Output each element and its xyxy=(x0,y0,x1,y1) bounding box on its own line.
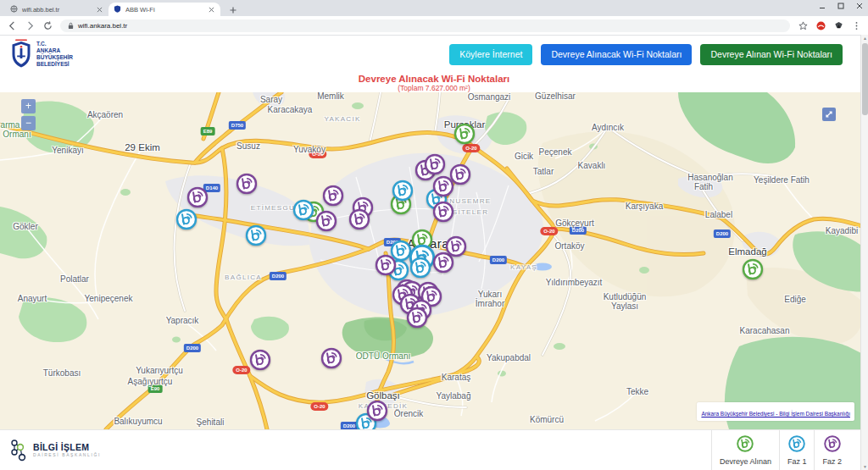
expand-icon xyxy=(825,110,833,119)
close-window-icon[interactable] xyxy=(856,2,863,14)
forward-icon[interactable] xyxy=(25,20,35,30)
faz2-marker-icon xyxy=(824,435,841,456)
wifi-marker-faz2[interactable] xyxy=(425,154,446,179)
wifi-marker-faz2[interactable] xyxy=(187,187,209,212)
wifi-marker-faz2[interactable] xyxy=(250,350,271,374)
lock-icon xyxy=(68,18,74,33)
wifi-marker-faz1[interactable] xyxy=(246,225,267,250)
attribution-link[interactable]: Ankara Büyükşehir Belediyesi - Bilgi İşl… xyxy=(701,411,850,417)
legend-item-faz1[interactable]: Faz 1 xyxy=(779,430,815,470)
wifi-marker-layer xyxy=(0,92,868,429)
wifi-marker-faz2[interactable] xyxy=(323,185,344,210)
devreye-alinan-button[interactable]: Devreye Alınan Wi-Fi Noktaları xyxy=(700,44,843,65)
koylere-internet-button[interactable]: Köylere İnternet xyxy=(449,44,532,65)
tab-strip: wifi.abb.bel.tr ABB Wi-Fi xyxy=(0,0,868,16)
page-title: Devreye Alınacak Wi-Fi Noktaları xyxy=(0,74,868,84)
browser-window: wifi.abb.bel.tr ABB Wi-Fi wifi.ankara.be… xyxy=(0,0,868,470)
map-canvas[interactable]: D750E89D140D200D200D200D200D200D200D200O… xyxy=(0,92,868,429)
wifi-marker-faz2[interactable] xyxy=(236,174,258,198)
wifi-marker-faz2[interactable] xyxy=(446,236,467,261)
close-tab-icon[interactable] xyxy=(207,5,215,14)
map-legend: Devreye AlınanFaz 1Faz 2 xyxy=(711,430,849,470)
bilgi-islem-brand: BİLGİ İŞLEM DAİRESİ BAŞKANLIĞI xyxy=(8,438,101,463)
extension-dark-icon[interactable] xyxy=(833,20,843,30)
browser-toolbar: wifi.ankara.bel.tr xyxy=(0,16,868,35)
tab-abb-wifi-active[interactable]: ABB Wi-Fi xyxy=(108,3,220,16)
tab-title: ABB Wi-Fi xyxy=(125,6,207,14)
zoom-in-button[interactable]: + xyxy=(21,99,36,113)
new-tab-icon[interactable] xyxy=(227,4,238,15)
footer-bar: BİLGİ İŞLEM DAİRESİ BAŞKANLIĞI Devreye A… xyxy=(0,429,868,470)
window-controls xyxy=(819,2,863,14)
wifi-marker-faz2[interactable] xyxy=(321,348,342,373)
site-header: T.C. ANKARA BÜYÜKŞEHİR BELEDİYESİ Köyler… xyxy=(0,36,868,73)
legend-item-faz2[interactable]: Faz 2 xyxy=(814,430,849,470)
back-icon[interactable] xyxy=(7,20,17,30)
abb-logo: T.C. ANKARA BÜYÜKŞEHİR BELEDİYESİ xyxy=(10,39,73,69)
wifi-marker-faz2[interactable] xyxy=(376,255,397,279)
tab-title: wifi.abb.bel.tr xyxy=(22,6,95,14)
scrollbar-thumb[interactable] xyxy=(862,43,868,115)
abb-crest-icon xyxy=(10,39,32,69)
legend-label: Faz 2 xyxy=(822,457,842,466)
url-text: wifi.ankara.bel.tr xyxy=(78,22,127,30)
globe-icon xyxy=(10,5,18,14)
brand-subtitle: DAİRESİ BAŞKANLIĞI xyxy=(33,452,101,458)
wifi-marker-faz2[interactable] xyxy=(367,401,388,425)
wifi-marker-alinan[interactable] xyxy=(454,124,476,148)
wifi-marker-faz1[interactable] xyxy=(293,200,314,224)
network-nodes-icon xyxy=(8,438,29,463)
close-tab-icon[interactable] xyxy=(95,5,103,14)
wifi-marker-faz2[interactable] xyxy=(349,209,370,234)
abb-favicon xyxy=(114,5,121,14)
page-scrollbar[interactable]: ▲ ▼ xyxy=(860,35,868,470)
legend-label: Faz 1 xyxy=(787,457,807,466)
legend-item-alinan[interactable]: Devreye Alınan xyxy=(711,430,779,470)
faz1-marker-icon xyxy=(788,435,805,456)
scroll-down-icon[interactable]: ▼ xyxy=(861,463,868,470)
wifi-marker-faz2[interactable] xyxy=(433,202,454,226)
devreye-alinacak-button[interactable]: Devreye Alınacak Wi-Fi Noktaları xyxy=(541,44,692,65)
wifi-marker-faz2[interactable] xyxy=(407,307,428,332)
header-buttons: Köylere İnternet Devreye Alınacak Wi-Fi … xyxy=(449,44,843,65)
legend-label: Devreye Alınan xyxy=(720,457,771,466)
wifi-marker-faz1[interactable] xyxy=(392,180,414,205)
menu-kebab-icon[interactable] xyxy=(851,20,861,30)
address-bar[interactable]: wifi.ankara.bel.tr xyxy=(60,19,790,32)
alinan-marker-icon xyxy=(737,435,754,456)
refresh-icon[interactable] xyxy=(42,20,53,30)
page-title-banner: Devreye Alınacak Wi-Fi Noktaları (Toplam… xyxy=(0,73,868,92)
minimize-icon[interactable] xyxy=(819,2,826,14)
wifi-marker-faz1[interactable] xyxy=(176,209,198,234)
fullscreen-button[interactable] xyxy=(822,108,836,121)
wifi-marker-faz2[interactable] xyxy=(433,176,454,201)
zoom-out-button[interactable]: − xyxy=(21,116,36,130)
maximize-icon[interactable] xyxy=(837,2,844,14)
extension-red-icon[interactable] xyxy=(815,20,826,30)
wifi-marker-faz2[interactable] xyxy=(316,211,337,235)
tab-wifi-abb[interactable]: wifi.abb.bel.tr xyxy=(5,3,108,16)
wifi-marker-alinan[interactable] xyxy=(743,259,764,284)
brand-title: BİLGİ İŞLEM xyxy=(33,443,101,452)
agency-name: T.C. ANKARA BÜYÜKŞEHİR BELEDİYESİ xyxy=(36,41,73,68)
bookmark-star-icon[interactable] xyxy=(798,20,808,30)
scroll-up-icon[interactable]: ▲ xyxy=(861,35,868,41)
page-subtitle: (Toplam 7.627.000 m²) xyxy=(0,84,868,92)
wifi-marker-faz1[interactable] xyxy=(410,257,431,282)
map-attribution: Ankara Büyükşehir Belediyesi - Bilgi İşl… xyxy=(697,402,854,421)
